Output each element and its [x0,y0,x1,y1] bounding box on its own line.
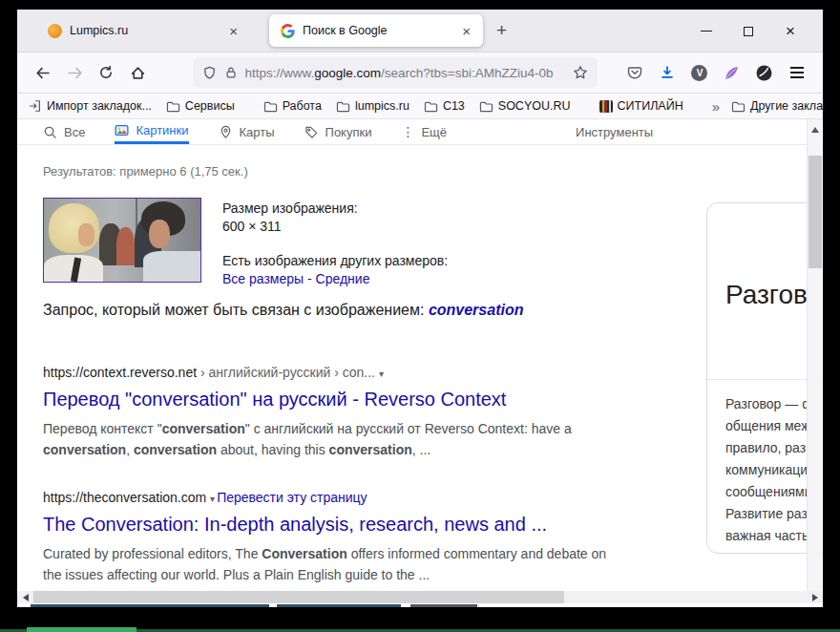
new-tab-button[interactable]: + [496,20,507,41]
knowledge-panel-description: Разговор — ф общения меж правило, разг к… [707,380,823,547]
url-text: https://www.google.com/search?tbs=sbi:AM… [245,66,565,80]
folder-icon [479,100,494,113]
navigation-toolbar: https://www.google.com/search?tbs=sbi:AM… [17,53,823,94]
horizontal-scrollbar-thumb[interactable] [33,591,564,603]
maximize-icon [744,27,753,36]
folder-icon [263,100,278,113]
result-snippet: Перевод контекст "conversation" с англий… [43,418,620,460]
folder-icon [166,100,180,113]
map-pin-icon [219,125,233,139]
scroll-up-arrow-icon[interactable] [811,127,819,133]
image-info-block: Размер изображения: 600 × 311 Есть изобр… [222,200,448,288]
status-bar-clipped [17,603,823,607]
result-title-link[interactable]: Перевод "conversation" на русский - Reve… [43,389,620,411]
vertical-scrollbar[interactable] [807,119,822,592]
window-controls: × [685,10,811,53]
bookmark-sitiline[interactable]: СИТИЛАЙН [599,99,683,113]
lock-icon[interactable] [224,66,238,79]
results-stats: Результатов: примерно 6 (1,75 сек.) [43,164,248,179]
bookmarks-overflow-chevron-icon[interactable]: » [712,98,718,115]
result-url-line[interactable]: https://context.reverso.net › английский… [43,365,620,380]
related-query-line: Запрос, который может быть связан с изоб… [43,302,523,319]
bookmark-folder-c13[interactable]: C13 [424,99,465,113]
extension-v-icon[interactable]: V [685,58,714,87]
image-size-label: Размер изображения: [222,200,448,218]
bookmark-folder-servisy[interactable]: Сервисы [166,99,235,113]
tab-shopping[interactable]: Покупки [304,119,372,144]
back-button[interactable] [29,58,56,87]
search-result: https://theconversation.com ▾Перевести э… [43,490,620,585]
search-result: https://context.reverso.net › английский… [43,365,620,460]
folder-icon [336,100,350,113]
size-links: Все размеры - Средние [222,270,448,288]
forward-button[interactable] [60,58,88,87]
tools-button[interactable]: Инструменты [576,119,653,144]
other-sizes-label: Есть изображения других размеров: [222,252,448,270]
minimize-icon [701,31,712,32]
downloads-icon[interactable] [653,58,682,87]
tab-title: Поиск в Google [303,24,450,37]
minimize-button[interactable] [685,10,727,53]
search-icon [43,125,57,139]
bookmark-import[interactable]: Импорт закладок... [29,99,152,113]
tab-more[interactable]: ⋮ Ещё [401,119,447,144]
horizontal-scrollbar[interactable] [17,591,823,603]
import-icon [29,99,42,113]
tracking-shield-icon[interactable] [202,66,217,80]
bookmark-star-icon[interactable] [573,65,588,80]
maximize-button[interactable] [727,10,769,53]
folder-icon [424,100,438,113]
lumpics-favicon [48,24,62,38]
folder-icon [731,100,746,113]
pocket-icon[interactable] [620,58,649,87]
bookmark-folder-socyou[interactable]: SOCYOU.RU [479,99,571,113]
tab-bar: Lumpics.ru × Поиск в Google × + × [17,10,823,53]
sitiline-favicon [599,100,613,113]
images-icon [115,123,129,137]
tab-all[interactable]: Все [43,119,85,144]
result-dropdown-icon[interactable]: ▾ [210,494,215,504]
vertical-scrollbar-thumb[interactable] [808,156,822,268]
more-dots-icon: ⋮ [401,124,414,139]
tab-lumpics[interactable]: Lumpics.ru × [36,14,250,47]
translate-page-link[interactable]: Перевести эту страницу [217,490,367,505]
bookmark-folder-rabota[interactable]: Работа [263,99,322,113]
bookmark-folder-other[interactable]: Другие закладки [731,99,823,113]
google-favicon [281,24,295,38]
all-sizes-link[interactable]: Все размеры [222,271,304,286]
firefox-window: Lumpics.ru × Поиск в Google × + × [17,10,823,607]
reload-button[interactable] [93,58,120,87]
result-snippet: Curated by professional editors, The Con… [43,543,620,585]
url-input[interactable]: https://www.google.com/search?tbs=sbi:AM… [193,57,598,88]
tab-title: Lumpics.ru [70,24,217,37]
related-query-link[interactable]: conversation [429,302,524,318]
toolbar-extensions: V [619,58,813,87]
knowledge-panel-title: Разговор [707,280,823,310]
result-url-line[interactable]: https://theconversation.com ▾Перевести э… [43,490,620,505]
query-image-thumbnail[interactable] [43,198,201,283]
desktop-screenshot: Lumpics.ru × Поиск в Google × + × [0,0,840,632]
page-viewport: Все Картинки Карты Покупки ⋮ Ещё [17,119,823,607]
tab-images[interactable]: Картинки [115,119,188,144]
home-button[interactable] [124,58,152,87]
knowledge-panel: Разговор Разговор — ф общения меж правил… [706,202,823,554]
taskbar-edge-highlight [27,627,136,632]
scroll-right-arrow-icon[interactable] [807,591,823,603]
bookmarks-toolbar: Импорт закладок... Сервисы Работа lumpic… [17,94,823,119]
close-button[interactable]: × [769,10,811,53]
image-size-value: 600 × 311 [222,218,448,236]
result-title-link[interactable]: The Conversation: In-depth analysis, res… [43,514,620,536]
menu-hamburger-icon[interactable] [783,58,811,87]
tab-close-icon[interactable]: × [457,23,475,39]
tab-google-search[interactable]: Поиск в Google × [269,14,483,47]
tab-maps[interactable]: Карты [219,119,275,144]
scroll-left-arrow-icon[interactable] [17,591,33,603]
medium-sizes-link[interactable]: Средние [316,271,370,286]
tab-close-icon[interactable]: × [224,23,242,39]
tag-icon [304,125,319,139]
dark-mode-extension-icon[interactable] [750,58,779,87]
feather-extension-icon[interactable] [718,58,746,87]
bookmark-folder-lumpics[interactable]: lumpics.ru [336,99,410,113]
google-result-tabs: Все Картинки Карты Покупки ⋮ Ещё [17,119,823,145]
result-dropdown-icon[interactable]: ▾ [379,369,384,379]
